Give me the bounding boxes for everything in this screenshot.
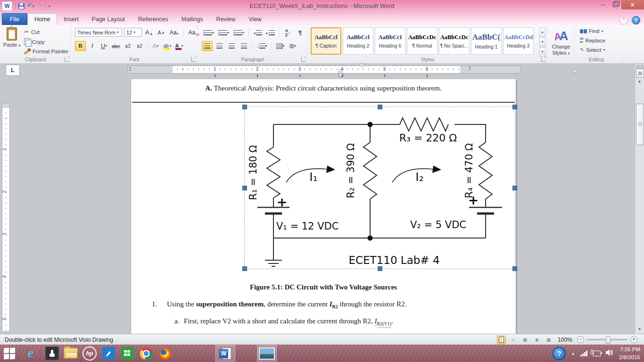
chrome-button[interactable] <box>137 345 156 362</box>
bullets-button[interactable]: ▾ <box>202 28 215 38</box>
close-button[interactable]: ✕ <box>621 0 644 9</box>
hanging-indent-marker[interactable] <box>338 69 343 72</box>
windows-store-button[interactable] <box>118 345 137 362</box>
outline-view-button[interactable]: ≣ <box>532 336 541 344</box>
firefox-button[interactable] <box>156 345 174 362</box>
start-button[interactable] <box>0 345 19 362</box>
ruler-toggle-button[interactable]: ▤ <box>636 69 644 78</box>
show-hide-button[interactable]: ¶ <box>295 28 305 38</box>
zoom-out-button[interactable]: − <box>577 336 584 343</box>
tab-references[interactable]: References <box>132 14 175 25</box>
cut-button[interactable]: ✂Cut <box>23 28 70 36</box>
paragraph-dialog-launcher[interactable] <box>301 57 306 62</box>
horizontal-ruler[interactable]: 1 1234567 <box>127 66 521 74</box>
scroll-up-arrow[interactable]: ▲ <box>636 78 643 85</box>
hp-support-button[interactable]: hp <box>80 345 99 362</box>
font-size-combo[interactable]: 12▾ <box>124 28 142 37</box>
paste-button[interactable]: Paste ▾ <box>3 27 21 56</box>
network-signal-icon[interactable] <box>580 351 588 356</box>
italic-button[interactable]: I <box>87 41 98 51</box>
selection-handle-se[interactable] <box>512 266 517 271</box>
align-left-button[interactable] <box>202 41 213 51</box>
copy-button[interactable]: Copy <box>23 38 70 46</box>
zoom-slider[interactable] <box>587 339 627 340</box>
borders-button[interactable]: ⊞▾ <box>288 41 298 51</box>
styles-dialog-launcher[interactable] <box>541 57 546 62</box>
style-heading-6[interactable]: AaBbCcIHeading 6 <box>375 27 405 55</box>
photos-taskbar-button[interactable] <box>257 345 277 362</box>
selection-handle-e[interactable] <box>512 186 517 190</box>
selection-handle-s[interactable] <box>378 266 382 271</box>
selection-handle-n[interactable] <box>378 105 382 109</box>
collapse-ribbon-button[interactable]: ⌃ <box>619 16 628 25</box>
web-layout-view-button[interactable]: ◍ <box>520 336 529 344</box>
zoom-level[interactable]: 100% <box>558 337 572 343</box>
style-heading-1[interactable]: AaBbC(Heading 1 <box>471 27 502 55</box>
help-tray-icon[interactable]: ? <box>553 347 566 360</box>
justify-button[interactable] <box>239 41 249 51</box>
replace-button[interactable]: abacReplace <box>578 37 607 44</box>
style-heading-3[interactable]: AaBbCcDdHeading 3 <box>503 27 534 55</box>
text-effects-button[interactable]: A▾ <box>150 41 161 51</box>
volume-icon[interactable] <box>606 349 614 358</box>
increase-indent-button[interactable]: ▸ <box>265 28 277 38</box>
internet-explorer-button[interactable]: e <box>21 345 40 362</box>
select-button[interactable]: ⇖Select▾ <box>578 46 607 53</box>
selection-handle-ne[interactable] <box>512 105 517 109</box>
style-no-spaci[interactable]: AaBbCcDc¶ No Spaci... <box>439 27 470 55</box>
styles-scroll-up[interactable]: ▲ <box>539 27 545 37</box>
document-page[interactable]: A. Theoretical Analysis: Predict circuit… <box>131 79 516 334</box>
tab-review[interactable]: Review <box>210 14 242 25</box>
minimize-button[interactable]: ─ <box>597 0 609 9</box>
align-right-button[interactable] <box>226 41 237 51</box>
decrease-indent-button[interactable]: ◂ <box>252 28 264 38</box>
vertical-ruler[interactable]: 12345 <box>2 103 10 332</box>
help-button[interactable]: ? <box>632 16 640 25</box>
restore-button[interactable] <box>609 0 621 9</box>
superscript-button[interactable]: x2 <box>134 41 145 51</box>
strikethrough-button[interactable]: abe <box>110 41 122 51</box>
hp-quickstart-button[interactable] <box>99 345 118 362</box>
tab-stop-selector[interactable]: L <box>6 65 20 76</box>
line-spacing-button[interactable]: ↕▾ <box>256 41 269 51</box>
grow-font-button[interactable]: A▲ <box>144 28 155 36</box>
scroll-down-arrow[interactable]: ▼ <box>636 326 643 333</box>
shading-button[interactable]: ▾ <box>275 41 286 51</box>
show-hidden-icons-button[interactable]: ▲ <box>571 351 575 356</box>
change-styles-button[interactable]: Change Styles ▾ <box>548 44 574 56</box>
word-taskbar-button[interactable]: W <box>215 345 235 362</box>
vertical-scrollbar[interactable]: ▤ ▲ ▼ <box>635 65 644 334</box>
touch-keyboard-button[interactable] <box>42 345 61 362</box>
paste-dropdown-icon[interactable]: ▾ <box>18 43 20 48</box>
power-battery-icon[interactable] <box>593 351 601 356</box>
styles-scroll-down[interactable]: ▼ <box>539 37 545 47</box>
style-heading-2[interactable]: AaBbCclHeading 2 <box>343 27 373 55</box>
tab-insert[interactable]: Insert <box>57 14 85 25</box>
tab-home[interactable]: Home <box>27 13 57 25</box>
align-center-button[interactable] <box>214 41 225 51</box>
subscript-button[interactable]: x2 <box>123 41 133 51</box>
clock[interactable]: 7:26 PM 2/8/2015 <box>619 346 640 361</box>
change-case-button[interactable]: Aa▾ <box>168 29 180 36</box>
clipboard-dialog-launcher[interactable] <box>65 57 69 62</box>
first-line-indent-marker[interactable] <box>359 64 364 67</box>
font-color-button[interactable]: A▾ <box>174 41 185 51</box>
file-explorer-button[interactable] <box>61 345 80 362</box>
style-caption[interactable]: AaBbCcl¶ Caption <box>311 27 341 55</box>
selection-handle-nw[interactable] <box>242 105 247 109</box>
format-painter-button[interactable]: Format Painter <box>23 48 70 55</box>
split-handle[interactable] <box>636 66 644 68</box>
numbering-button[interactable]: ▾ <box>217 28 231 38</box>
tab-file[interactable]: File <box>2 13 27 25</box>
scrollbar-thumb[interactable] <box>636 104 644 145</box>
zoom-in-button[interactable]: + <box>630 336 637 343</box>
print-layout-view-button[interactable] <box>497 336 506 344</box>
selection-handle-sw[interactable] <box>242 266 247 271</box>
style-normal[interactable]: AaBbCcDc¶ Normal <box>407 27 438 55</box>
underline-button[interactable]: U▾ <box>99 41 109 51</box>
bold-button[interactable]: B <box>75 41 86 51</box>
tab-view[interactable]: View <box>242 14 268 25</box>
multilevel-list-button[interactable]: ▾ <box>232 28 246 38</box>
visio-circuit-object[interactable]: R₁ = 180 Ω R₂ = 390 Ω R₃ = 220 Ω R₄ = 47… <box>244 107 515 269</box>
font-family-combo[interactable]: Times New Rom▾ <box>75 28 122 37</box>
